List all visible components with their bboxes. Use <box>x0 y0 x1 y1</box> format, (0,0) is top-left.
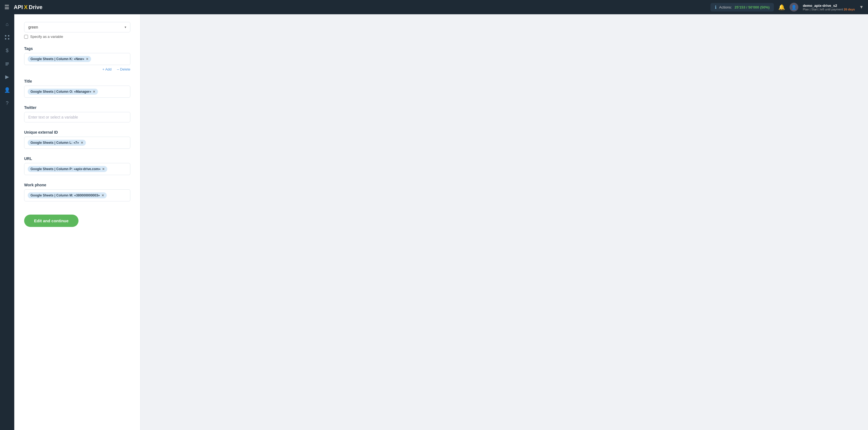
avatar: 👤 <box>789 3 798 11</box>
twitter-section: Twitter <box>24 105 130 122</box>
plan-info: Plan | Start | left until payment 26 day… <box>803 8 855 11</box>
logo: API X Drive <box>14 4 42 10</box>
tags-add-link[interactable]: + Add <box>102 67 112 71</box>
bell-icon[interactable]: 🔔 <box>778 4 785 10</box>
title-field[interactable]: Google Sheets | Column O: «Manager» ✕ <box>24 86 130 98</box>
sidebar-item-home[interactable]: ⌂ <box>2 19 12 30</box>
twitter-label: Twitter <box>24 105 130 110</box>
sidebar-item-help[interactable]: ? <box>2 98 12 109</box>
work-phone-chip-close-icon[interactable]: ✕ <box>101 194 104 197</box>
svg-rect-1 <box>8 35 9 36</box>
logo-x: X <box>24 4 27 10</box>
url-field[interactable]: Google Sheets | Column P: «apix-drive.co… <box>24 163 130 175</box>
unique-external-id-field[interactable]: Google Sheets | Column L: «7» ✕ <box>24 137 130 149</box>
title-label: Title <box>24 79 130 84</box>
form-panel: green ▾ Specify as a variable Tags Googl… <box>14 14 141 430</box>
tags-field[interactable]: Google Sheets | Column K: «New» ✕ <box>24 53 130 65</box>
svg-rect-2 <box>5 38 6 39</box>
actions-count: 25'153 / 50'000 (50%) <box>735 5 770 9</box>
sidebar-item-integrations[interactable] <box>2 58 12 69</box>
url-label: URL <box>24 156 130 161</box>
unique-external-id-section: Unique external ID Google Sheets | Colum… <box>24 130 130 149</box>
actions-counter: ℹ Actions: 25'153 / 50'000 (50%) <box>711 3 774 11</box>
sidebar-item-billing[interactable]: $ <box>2 45 12 56</box>
dropdown-arrow-icon: ▾ <box>125 25 126 29</box>
unique-external-id-chip-text: Google Sheets | Column L: «7» <box>30 141 79 145</box>
sidebar-item-video[interactable]: ▶ <box>2 71 12 82</box>
specify-variable-checkbox[interactable] <box>24 35 28 39</box>
plan-days: 26 days <box>844 8 855 11</box>
actions-label: Actions: <box>719 5 732 9</box>
twitter-input[interactable] <box>24 112 130 122</box>
work-phone-label: Work phone <box>24 183 130 187</box>
work-phone-field[interactable]: Google Sheets | Column M: «380000000003»… <box>24 189 130 202</box>
sidebar-item-profile[interactable]: 👤 <box>2 85 12 95</box>
hamburger-icon[interactable]: ☰ <box>4 4 9 10</box>
tags-label: Tags <box>24 47 130 51</box>
info-icon: ℹ <box>715 5 716 10</box>
logo-api: API <box>14 4 23 10</box>
right-panel <box>141 14 868 430</box>
title-section: Title Google Sheets | Column O: «Manager… <box>24 79 130 98</box>
work-phone-chip: Google Sheets | Column M: «380000000003»… <box>28 192 107 198</box>
tags-section: Tags Google Sheets | Column K: «New» ✕ +… <box>24 47 130 71</box>
svg-rect-0 <box>5 35 6 36</box>
work-phone-section: Work phone Google Sheets | Column M: «38… <box>24 183 130 202</box>
url-section: URL Google Sheets | Column P: «apix-driv… <box>24 156 130 175</box>
color-section: green ▾ Specify as a variable <box>24 22 130 39</box>
color-value: green <box>28 25 38 29</box>
user-chevron-icon[interactable]: ▼ <box>859 5 864 10</box>
svg-rect-3 <box>8 38 9 39</box>
tag-chip-close-icon[interactable]: ✕ <box>86 57 88 61</box>
logo-drive: Drive <box>29 4 42 10</box>
specify-variable-row: Specify as a variable <box>24 35 130 39</box>
tags-action-links: + Add – Delete <box>24 67 130 71</box>
title-chip-close-icon[interactable]: ✕ <box>93 90 95 94</box>
tags-delete-link[interactable]: – Delete <box>117 67 130 71</box>
layout: ⌂ $ ▶ 👤 ? green ▾ Specify as a variable … <box>0 14 868 430</box>
url-chip-text: Google Sheets | Column P: «apix-drive.co… <box>30 167 100 171</box>
username: demo_apix-drive_s2 <box>803 4 855 8</box>
user-info: demo_apix-drive_s2 Plan | Start | left u… <box>803 4 855 11</box>
specify-variable-label[interactable]: Specify as a variable <box>30 35 63 39</box>
work-phone-chip-text: Google Sheets | Column M: «380000000003» <box>30 193 100 197</box>
tag-chip-new: Google Sheets | Column K: «New» ✕ <box>28 56 91 62</box>
unique-external-id-chip-close-icon[interactable]: ✕ <box>81 141 83 145</box>
topnav: ☰ API X Drive ℹ Actions: 25'153 / 50'000… <box>0 0 868 14</box>
url-chip-close-icon[interactable]: ✕ <box>102 167 104 171</box>
tag-chip-text: Google Sheets | Column K: «New» <box>30 57 84 61</box>
sidebar: ⌂ $ ▶ 👤 ? <box>0 14 14 430</box>
unique-external-id-label: Unique external ID <box>24 130 130 134</box>
title-chip: Google Sheets | Column O: «Manager» ✕ <box>28 89 98 95</box>
color-dropdown[interactable]: green ▾ <box>24 22 130 32</box>
title-chip-text: Google Sheets | Column O: «Manager» <box>30 90 91 94</box>
edit-and-continue-button[interactable]: Edit and continue <box>24 215 79 227</box>
unique-external-id-chip: Google Sheets | Column L: «7» ✕ <box>28 140 86 146</box>
sidebar-item-flows[interactable] <box>2 32 12 43</box>
url-chip: Google Sheets | Column P: «apix-drive.co… <box>28 166 107 172</box>
